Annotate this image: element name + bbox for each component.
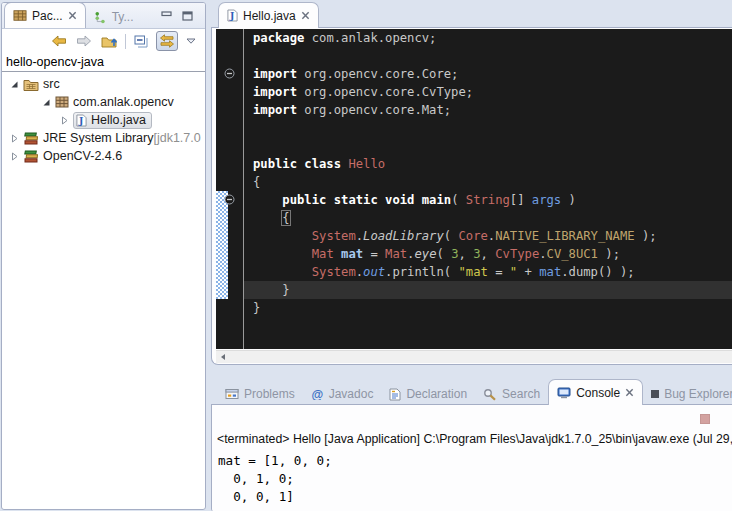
tab-label: Hello.java (243, 9, 296, 23)
code-line (244, 119, 732, 137)
tree-item-src[interactable]: src (2, 75, 205, 93)
code-line: public static void main( String[] args ) (244, 191, 732, 209)
console-status-line: <terminated> Hello [Java Application] C:… (217, 432, 732, 446)
editor-tabbar: JHello.java (211, 2, 732, 28)
left-view-tabbar: Pac...Ty... (2, 3, 205, 29)
terminate-icon[interactable] (700, 414, 710, 424)
code-line: package com.anlak.opencv; (244, 29, 732, 47)
library-icon (23, 132, 39, 145)
tree-item-opencv-2-4-6[interactable]: OpenCV-2.4.6 (2, 147, 205, 165)
library-icon (23, 150, 39, 163)
close-icon[interactable] (301, 11, 310, 20)
editor-annotation-ruler[interactable] (216, 29, 244, 349)
console-view: <terminated> Hello [Java Application] C:… (211, 404, 732, 511)
svg-text:@: @ (311, 388, 323, 400)
up-icon (101, 34, 117, 48)
editor-content: package com.anlak.opencv;import org.open… (216, 29, 732, 349)
fold-collapse-icon[interactable] (224, 194, 235, 205)
tab-label: Declaration (406, 387, 467, 401)
tree-item-label: com.anlak.opencv (73, 95, 174, 109)
up-button[interactable] (100, 33, 118, 49)
tree-item-label: src (43, 77, 60, 91)
code-line: import org.opencv.core.Core; (244, 65, 732, 83)
back-icon (51, 35, 67, 47)
link-with-editor-button[interactable] (156, 31, 178, 51)
tree-item-com-anlak-opencv[interactable]: com.anlak.opencv (2, 93, 205, 111)
view-tab-pac[interactable]: Pac... (4, 3, 86, 28)
tab-label: Ty... (112, 10, 134, 24)
code-line: System.LoadLibrary( Core.NATIVE_LIBRARY_… (244, 227, 732, 245)
tab-label: Search (502, 387, 540, 401)
tree-item-jre-system-library[interactable]: JRE System Library [jdk1.7.0 (2, 129, 205, 147)
type-hierarchy-icon (94, 11, 107, 24)
link-editor-icon (159, 34, 175, 48)
editor-tab-hello-java[interactable]: JHello.java (218, 2, 319, 28)
code-line: } (244, 299, 732, 317)
svg-text:J: J (78, 115, 83, 126)
javadoc-icon: @ (311, 388, 324, 400)
tab-label: Pac... (32, 9, 63, 23)
view-tab-ty[interactable]: Ty... (86, 6, 142, 28)
close-icon[interactable] (68, 11, 77, 20)
tree-item-label: Hello.java (91, 113, 146, 127)
tab-label: Bug Explorer (664, 387, 732, 401)
tree-item-label: JRE System Library (43, 131, 153, 145)
code-line: } (244, 281, 732, 299)
tree-item-hello-java[interactable]: JHello.java (2, 111, 205, 129)
maximize-icon[interactable] (182, 11, 193, 21)
library-version-decoration: [jdk1.7.0 (153, 131, 200, 145)
package-explorer-tree: srccom.anlak.opencvJHello.javaJRE System… (2, 72, 205, 165)
code-line: public class Hello (244, 155, 732, 173)
code-line (244, 137, 732, 155)
forward-button[interactable] (75, 34, 93, 48)
tab-label: Javadoc (329, 387, 374, 401)
expander-collapsed-icon[interactable] (10, 134, 23, 143)
search-icon (483, 388, 497, 401)
view-tab-problems[interactable]: Problems (217, 383, 303, 405)
window-buttons (161, 3, 205, 28)
console-output-line: 0, 1, 0; (218, 470, 732, 488)
range-indicator (216, 191, 228, 299)
view-tab-bug-explorer[interactable]: Bug Explorer (643, 383, 732, 405)
console-icon (557, 387, 571, 399)
console-output-line: 0, 0, 1] (218, 488, 732, 506)
code-line: Mat mat = Mat.eye( 3, 3, CvType.CV_8UC1 … (244, 245, 732, 263)
bottom-view-tabbar: Problems@JavadocDeclarationSearchConsole… (211, 379, 732, 405)
collapse-all-button[interactable] (133, 34, 149, 49)
minimize-icon[interactable] (161, 11, 172, 20)
view-menu-button[interactable] (185, 37, 197, 45)
code-line: import org.opencv.core.Mat; (244, 101, 732, 119)
close-icon[interactable] (625, 388, 634, 397)
view-tab-javadoc[interactable]: @Javadoc (303, 383, 382, 405)
editor-panel: package com.anlak.opencv;import org.open… (211, 27, 732, 365)
package-explorer-view: Pac...Ty... hello-opencv-java srccom.anl… (1, 2, 206, 510)
back-button[interactable] (50, 34, 68, 48)
bug-square-icon (651, 390, 659, 398)
expander-collapsed-icon[interactable] (60, 116, 73, 125)
scroll-left-icon[interactable] (219, 353, 227, 361)
code-line: import org.opencv.core.CvType; (244, 83, 732, 101)
expander-collapsed-icon[interactable] (10, 152, 23, 161)
project-root-item[interactable]: hello-opencv-java (2, 53, 205, 72)
java-file-icon: J (227, 9, 238, 22)
expander-expanded-icon[interactable] (10, 80, 23, 89)
expander-expanded-icon[interactable] (42, 98, 55, 107)
code-line: { (244, 173, 732, 191)
editor-horizontal-scrollbar[interactable] (216, 350, 732, 363)
console-output-line: mat = [1, 0, 0; (218, 452, 732, 470)
package-icon (55, 96, 69, 108)
view-tab-declaration[interactable]: Declaration (381, 383, 475, 405)
problems-icon (225, 388, 239, 400)
console-output[interactable]: mat = [1, 0, 0; 0, 1, 0; 0, 0, 1] (218, 452, 732, 506)
view-tab-search[interactable]: Search (475, 383, 548, 405)
svg-text:J: J (229, 10, 234, 21)
view-tab-console[interactable]: Console (548, 379, 643, 405)
code-area[interactable]: package com.anlak.opencv;import org.open… (244, 29, 732, 349)
fold-collapse-icon[interactable] (224, 68, 235, 79)
tree-item-label: OpenCV-2.4.6 (43, 149, 122, 163)
tab-label: Console (576, 386, 620, 400)
toolbar-separator (125, 34, 126, 49)
declaration-icon (389, 388, 401, 401)
package-explorer-toolbar (2, 29, 205, 53)
package-folder-icon (23, 78, 39, 91)
